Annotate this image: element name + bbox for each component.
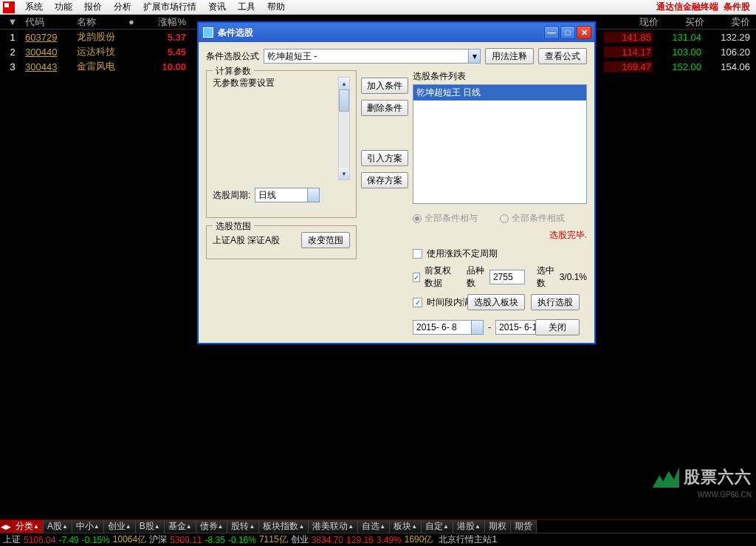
menu-item[interactable]: 资讯 [202, 1, 232, 13]
category-tab[interactable]: 股转 ▲ [227, 520, 259, 533]
period-select[interactable]: 日线 [255, 188, 320, 202]
menu-item[interactable]: 报价 [78, 1, 108, 13]
close-button[interactable]: ✕ [577, 26, 591, 39]
scrollbar[interactable]: ▲ ▼ [338, 77, 350, 180]
category-tab[interactable]: 期货 [511, 520, 537, 533]
status-bar: 上证5106.04 -7.49-0.15% 10064亿 沪深5309.11 -… [0, 533, 756, 546]
menu-item[interactable]: 系统 [19, 1, 49, 13]
fq-checkbox[interactable]: ✓ [413, 273, 420, 282]
category-tab[interactable]: 创业 ▲ [104, 520, 136, 533]
save-plan-button[interactable]: 保存方案 [361, 172, 408, 188]
dialog-title: 条件选股 [218, 27, 544, 39]
scroll-thumb[interactable] [339, 89, 349, 112]
dialog-titlebar[interactable]: 条件选股 ― □ ✕ [199, 23, 594, 42]
range-group: 选股范围 上证A股 深证A股 改变范围 [206, 225, 357, 259]
category-tabbar: ◀▶ 分类 ▲A股 ▲中小 ▲创业 ▲B股 ▲基金 ▲债券 ▲股转 ▲板块指数 … [0, 519, 756, 533]
condition-dialog: 条件选股 ― □ ✕ 条件选股公式 乾坤超短王 - ▾ 用法注释 查看公式 [197, 21, 596, 344]
watermark-icon [653, 467, 679, 488]
add-condition-button[interactable]: 加入条件 [361, 78, 408, 94]
category-tab[interactable]: 基金 ▲ [165, 520, 196, 533]
radio-or[interactable]: 全部条件相或 [500, 212, 565, 225]
formula-label: 条件选股公式 [206, 50, 259, 63]
calc-params-group: 计算参数 无参数需要设置 ▲ ▼ 选股周期: [206, 70, 357, 218]
change-range-button[interactable]: 改变范围 [301, 232, 350, 248]
close-dialog-button[interactable]: 关闭 [535, 319, 580, 335]
run-button[interactable]: 执行选股 [531, 294, 580, 310]
category-tab[interactable]: 债券 ▲ [196, 520, 228, 533]
calc-params-text: 无参数需要设置 [213, 77, 337, 180]
usage-button[interactable]: 用法注释 [485, 48, 534, 64]
maximize-button[interactable]: □ [560, 26, 575, 39]
date-from[interactable]: 2015- 6- 8 [413, 320, 484, 335]
col-name[interactable]: 名称 [77, 16, 126, 29]
chevron-down-icon [471, 321, 483, 334]
col-pct[interactable]: 涨幅% [137, 16, 186, 29]
category-tab[interactable]: B股 ▲ [136, 520, 165, 533]
delete-condition-button[interactable]: 删除条件 [361, 100, 408, 116]
period-label: 选股周期: [213, 189, 250, 202]
category-tab[interactable]: 中小 ▲ [72, 520, 104, 533]
scroll-down-icon[interactable]: ▼ [339, 168, 349, 180]
category-tab[interactable]: 板块指数 ▲ [259, 520, 309, 533]
range-text: 上证A股 深证A股 [213, 234, 295, 247]
minimize-button[interactable]: ― [544, 26, 559, 39]
col-code[interactable]: 代码 [25, 16, 77, 29]
category-tab[interactable]: 板块 ▲ [390, 520, 422, 533]
selection-status: 选股完毕. [413, 229, 587, 242]
watermark: 股票六六 WWW.GP66.CN [653, 466, 752, 488]
to-block-button[interactable]: 选股入板块 [467, 294, 525, 310]
formula-value: 乾坤超短王 - [267, 50, 317, 63]
menu-item[interactable]: 扩展市场行情 [137, 1, 202, 13]
menu-item[interactable]: 功能 [49, 1, 78, 13]
category-tab[interactable]: 分类 ▲ [12, 520, 44, 533]
app-title: 通达信金融终端 条件股 [656, 1, 756, 13]
variety-field: 2755 [489, 270, 525, 284]
menu-item[interactable]: 分析 [108, 1, 137, 13]
menu-item[interactable]: 工具 [232, 1, 261, 13]
formula-combo[interactable]: 乾坤超短王 - ▾ [264, 49, 481, 64]
col-sort-icon[interactable]: ▼ [0, 16, 25, 27]
chevron-down-icon[interactable]: ▾ [468, 50, 480, 63]
category-tab[interactable]: 期权 [485, 520, 511, 533]
app-logo-icon [3, 1, 15, 13]
category-tab[interactable]: 港美联动 ▲ [309, 520, 358, 533]
radio-and[interactable]: 全部条件相与 [413, 212, 478, 225]
condition-listbox[interactable]: 乾坤超短王 日线 [413, 84, 587, 204]
dialog-icon [203, 27, 213, 38]
category-tab[interactable]: 港股 ▲ [453, 520, 485, 533]
menu-bar: 系统功能报价分析扩展市场行情资讯工具帮助 通达信金融终端 条件股 [0, 0, 756, 15]
selected-value: 3/0.1% [560, 272, 587, 282]
tabbar-left-icon[interactable]: ◀▶ [0, 520, 12, 533]
view-formula-button[interactable]: 查看公式 [538, 48, 587, 64]
scroll-up-icon[interactable]: ▲ [339, 78, 349, 89]
col-far3[interactable]: 卖价 [731, 16, 750, 29]
server-label[interactable]: 北京行情主站1 [439, 533, 497, 546]
menu-item[interactable]: 帮助 [261, 1, 291, 13]
condition-item[interactable]: 乾坤超短王 日线 [413, 85, 586, 100]
col-far1[interactable]: 现价 [639, 16, 659, 29]
category-tab[interactable]: A股 ▲ [44, 520, 72, 533]
category-tab[interactable]: 自定 ▲ [422, 520, 453, 533]
main-area: ▼ 代码 名称 ● 涨幅% 现价 买价 卖价 1603729龙韵股份5.3714… [0, 15, 756, 518]
category-tab[interactable]: 自选 ▲ [358, 520, 390, 533]
condition-list-group: 选股条件列表 乾坤超短王 日线 [413, 70, 587, 208]
col-flag: ● [126, 16, 137, 27]
chevron-down-icon[interactable] [307, 188, 319, 202]
import-plan-button[interactable]: 引入方案 [361, 150, 408, 166]
col-far2[interactable]: 买价 [685, 16, 704, 29]
timerange-checkbox[interactable]: ✓ [413, 298, 422, 307]
volatile-checkbox[interactable] [413, 249, 422, 259]
condition-list-label: 选股条件列表 [413, 71, 466, 81]
